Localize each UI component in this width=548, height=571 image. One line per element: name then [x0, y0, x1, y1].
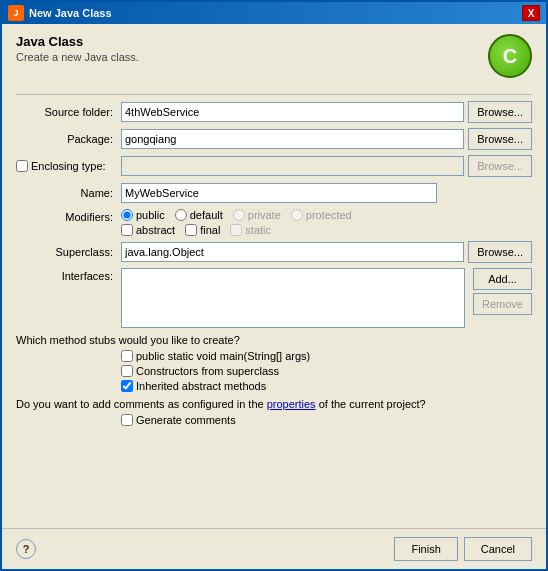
dialog-subtitle: Create a new Java class. [16, 51, 139, 63]
finish-button[interactable]: Finish [394, 537, 457, 561]
interfaces-textarea[interactable] [121, 268, 465, 328]
modifier-abstract-checkbox[interactable] [121, 224, 133, 236]
comments-list: Generate comments [16, 414, 532, 426]
modifier-final-label: final [185, 224, 220, 236]
name-row: Name: [16, 182, 532, 204]
dialog-title: Java Class [16, 34, 139, 49]
footer-buttons: Finish Cancel [394, 537, 532, 561]
title-bar: J New Java Class X [2, 2, 546, 24]
modifier-public-radio[interactable] [121, 209, 133, 221]
interfaces-add-button[interactable]: Add... [473, 268, 532, 290]
stub-main-label: public static void main(String[] args) [121, 350, 532, 362]
cancel-button[interactable]: Cancel [464, 537, 532, 561]
modifier-static-label: static [230, 224, 271, 236]
modifier-default-radio[interactable] [175, 209, 187, 221]
window-icon: J [8, 5, 24, 21]
source-folder-browse-button[interactable]: Browse... [468, 101, 532, 123]
enclosing-type-input[interactable] [121, 156, 464, 176]
interfaces-field: Add... Remove [121, 268, 532, 328]
dialog-footer: ? Finish Cancel [2, 528, 546, 569]
title-bar-left: J New Java Class [8, 5, 112, 21]
new-java-class-dialog: J New Java Class X Java Class Create a n… [0, 0, 548, 571]
dialog-content: Java Class Create a new Java class. C So… [2, 24, 546, 528]
modifier-private-radio[interactable] [233, 209, 245, 221]
enclosing-browse-button[interactable]: Browse... [468, 155, 532, 177]
package-browse-button[interactable]: Browse... [468, 128, 532, 150]
source-folder-row: Source folder: Browse... [16, 101, 532, 123]
stub-constructors-checkbox[interactable] [121, 365, 133, 377]
interfaces-row: Interfaces: Add... Remove [16, 268, 532, 328]
modifiers-access-group: public default private protected [121, 209, 352, 221]
package-row: Package: Browse... [16, 128, 532, 150]
form-section: Source folder: Browse... Package: Browse… [16, 101, 532, 328]
source-folder-input[interactable] [121, 102, 464, 122]
stubs-list: public static void main(String[] args) C… [16, 350, 532, 392]
modifier-public-label: public [121, 209, 165, 221]
modifiers-field: public default private protected [121, 209, 352, 236]
superclass-field: Browse... [121, 241, 532, 263]
header-section: Java Class Create a new Java class. C [16, 34, 532, 78]
modifier-protected-radio[interactable] [291, 209, 303, 221]
package-field: Browse... [121, 128, 532, 150]
modifiers-row: Modifiers: public default pr [16, 209, 532, 236]
enclosing-type-label: Enclosing type: [16, 160, 121, 172]
package-input[interactable] [121, 129, 464, 149]
enclosing-checkbox-label: Enclosing type: [16, 160, 113, 172]
properties-link[interactable]: properties [267, 398, 316, 410]
generate-comments-checkbox[interactable] [121, 414, 133, 426]
modifier-final-checkbox[interactable] [185, 224, 197, 236]
close-button[interactable]: X [522, 5, 540, 21]
name-label: Name: [16, 187, 121, 199]
interfaces-label: Interfaces: [16, 268, 121, 282]
enclosing-type-field: Browse... [121, 155, 532, 177]
modifiers-other-group: abstract final static [121, 224, 352, 236]
source-folder-field: Browse... [121, 101, 532, 123]
superclass-browse-button[interactable]: Browse... [468, 241, 532, 263]
modifier-static-checkbox[interactable] [230, 224, 242, 236]
modifier-private-label: private [233, 209, 281, 221]
generate-comments-label: Generate comments [121, 414, 532, 426]
package-label: Package: [16, 133, 121, 145]
header-text: Java Class Create a new Java class. [16, 34, 139, 63]
stub-inherited-label: Inherited abstract methods [121, 380, 532, 392]
help-button[interactable]: ? [16, 539, 36, 559]
superclass-row: Superclass: Browse... [16, 241, 532, 263]
source-folder-label: Source folder: [16, 106, 121, 118]
divider-top [16, 94, 532, 95]
method-stubs-section: Which method stubs would you like to cre… [16, 334, 532, 392]
modifiers-label: Modifiers: [16, 209, 121, 223]
stub-constructors-label: Constructors from superclass [121, 365, 532, 377]
window-title: New Java Class [29, 7, 112, 19]
interface-buttons: Add... Remove [473, 268, 532, 315]
stub-inherited-checkbox[interactable] [121, 380, 133, 392]
modifier-abstract-label: abstract [121, 224, 175, 236]
comments-section: Do you want to add comments as configure… [16, 398, 532, 426]
name-field [121, 183, 532, 203]
interfaces-remove-button[interactable]: Remove [473, 293, 532, 315]
method-stubs-question: Which method stubs would you like to cre… [16, 334, 532, 346]
stub-main-checkbox[interactable] [121, 350, 133, 362]
superclass-input[interactable] [121, 242, 464, 262]
modifier-protected-label: protected [291, 209, 352, 221]
enclosing-type-checkbox[interactable] [16, 160, 28, 172]
enclosing-type-row: Enclosing type: Browse... [16, 155, 532, 177]
comments-question: Do you want to add comments as configure… [16, 398, 532, 410]
modifier-default-label: default [175, 209, 223, 221]
superclass-label: Superclass: [16, 246, 121, 258]
java-logo: C [488, 34, 532, 78]
name-input[interactable] [121, 183, 437, 203]
